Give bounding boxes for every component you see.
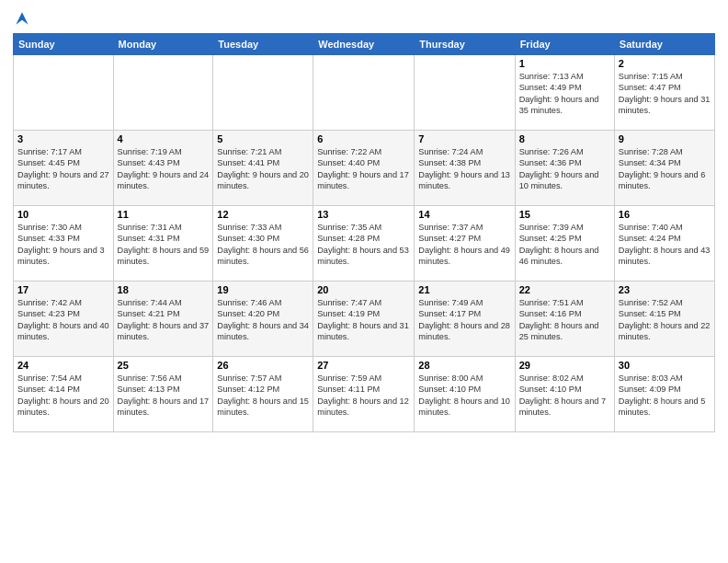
calendar-week-row: 3Sunrise: 7:17 AM Sunset: 4:45 PM Daylig… — [14, 131, 715, 206]
day-info: Sunrise: 7:35 AM Sunset: 4:28 PM Dayligh… — [317, 222, 410, 268]
calendar-day-cell: 5Sunrise: 7:21 AM Sunset: 4:41 PM Daylig… — [213, 131, 313, 206]
day-info: Sunrise: 7:56 AM Sunset: 4:13 PM Dayligh… — [118, 373, 210, 419]
day-number: 7 — [418, 133, 510, 144]
day-number: 13 — [317, 209, 410, 220]
calendar: SundayMondayTuesdayWednesdayThursdayFrid… — [13, 33, 715, 432]
calendar-week-row: 17Sunrise: 7:42 AM Sunset: 4:23 PM Dayli… — [14, 282, 715, 357]
calendar-day-cell: 15Sunrise: 7:39 AM Sunset: 4:25 PM Dayli… — [515, 206, 614, 282]
day-info: Sunrise: 7:44 AM Sunset: 4:21 PM Dayligh… — [118, 297, 210, 343]
calendar-day-cell: 29Sunrise: 8:02 AM Sunset: 4:10 PM Dayli… — [515, 357, 614, 432]
calendar-day-cell: 23Sunrise: 7:52 AM Sunset: 4:15 PM Dayli… — [614, 282, 714, 357]
calendar-day-cell: 21Sunrise: 7:49 AM Sunset: 4:17 PM Dayli… — [415, 282, 515, 357]
day-of-week-header: Wednesday — [313, 34, 415, 55]
calendar-day-cell: 25Sunrise: 7:56 AM Sunset: 4:13 PM Dayli… — [113, 357, 213, 432]
calendar-day-cell: 8Sunrise: 7:26 AM Sunset: 4:36 PM Daylig… — [515, 131, 614, 206]
day-info: Sunrise: 7:51 AM Sunset: 4:16 PM Dayligh… — [519, 297, 610, 343]
day-number: 28 — [418, 360, 510, 371]
day-number: 21 — [418, 284, 510, 295]
header — [13, 9, 715, 28]
day-of-week-header: Tuesday — [213, 34, 313, 55]
calendar-header-row: SundayMondayTuesdayWednesdayThursdayFrid… — [14, 34, 715, 55]
calendar-day-cell: 4Sunrise: 7:19 AM Sunset: 4:43 PM Daylig… — [113, 131, 213, 206]
day-number: 27 — [317, 360, 410, 371]
calendar-day-cell: 14Sunrise: 7:37 AM Sunset: 4:27 PM Dayli… — [415, 206, 515, 282]
day-of-week-header: Sunday — [14, 34, 114, 55]
day-number: 10 — [17, 209, 109, 220]
calendar-day-cell: 9Sunrise: 7:28 AM Sunset: 4:34 PM Daylig… — [614, 131, 714, 206]
day-info: Sunrise: 7:30 AM Sunset: 4:33 PM Dayligh… — [17, 222, 109, 268]
day-info: Sunrise: 7:54 AM Sunset: 4:14 PM Dayligh… — [17, 373, 109, 419]
day-number: 24 — [17, 360, 109, 371]
day-info: Sunrise: 7:39 AM Sunset: 4:25 PM Dayligh… — [519, 222, 610, 268]
day-number: 18 — [118, 284, 210, 295]
day-info: Sunrise: 7:40 AM Sunset: 4:24 PM Dayligh… — [619, 222, 711, 268]
day-info: Sunrise: 8:02 AM Sunset: 4:10 PM Dayligh… — [519, 373, 610, 419]
day-info: Sunrise: 7:24 AM Sunset: 4:38 PM Dayligh… — [418, 146, 510, 192]
day-of-week-header: Friday — [515, 34, 614, 55]
day-info: Sunrise: 7:49 AM Sunset: 4:17 PM Dayligh… — [418, 297, 510, 343]
day-info: Sunrise: 7:15 AM Sunset: 4:47 PM Dayligh… — [619, 71, 711, 117]
day-number: 22 — [519, 284, 610, 295]
calendar-week-row: 1Sunrise: 7:13 AM Sunset: 4:49 PM Daylig… — [14, 55, 715, 131]
day-info: Sunrise: 7:28 AM Sunset: 4:34 PM Dayligh… — [619, 146, 711, 192]
calendar-day-cell: 19Sunrise: 7:46 AM Sunset: 4:20 PM Dayli… — [213, 282, 313, 357]
day-info: Sunrise: 8:00 AM Sunset: 4:10 PM Dayligh… — [418, 373, 510, 419]
day-number: 19 — [217, 284, 309, 295]
calendar-day-cell: 12Sunrise: 7:33 AM Sunset: 4:30 PM Dayli… — [213, 206, 313, 282]
page: SundayMondayTuesdayWednesdayThursdayFrid… — [0, 0, 728, 563]
calendar-day-cell: 3Sunrise: 7:17 AM Sunset: 4:45 PM Daylig… — [14, 131, 114, 206]
day-number: 9 — [619, 133, 711, 144]
calendar-day-cell: 18Sunrise: 7:44 AM Sunset: 4:21 PM Dayli… — [113, 282, 213, 357]
logo-icon — [13, 9, 31, 28]
day-info: Sunrise: 7:37 AM Sunset: 4:27 PM Dayligh… — [418, 222, 510, 268]
day-number: 25 — [118, 360, 210, 371]
day-info: Sunrise: 7:52 AM Sunset: 4:15 PM Dayligh… — [619, 297, 711, 343]
calendar-day-cell: 1Sunrise: 7:13 AM Sunset: 4:49 PM Daylig… — [515, 55, 614, 131]
day-number: 30 — [619, 360, 711, 371]
day-number: 15 — [519, 209, 610, 220]
day-info: Sunrise: 7:46 AM Sunset: 4:20 PM Dayligh… — [217, 297, 309, 343]
calendar-day-cell: 22Sunrise: 7:51 AM Sunset: 4:16 PM Dayli… — [515, 282, 614, 357]
calendar-day-cell: 11Sunrise: 7:31 AM Sunset: 4:31 PM Dayli… — [113, 206, 213, 282]
day-info: Sunrise: 7:17 AM Sunset: 4:45 PM Dayligh… — [17, 146, 109, 192]
day-info: Sunrise: 7:31 AM Sunset: 4:31 PM Dayligh… — [118, 222, 210, 268]
calendar-day-cell — [14, 55, 114, 131]
calendar-day-cell — [113, 55, 213, 131]
calendar-day-cell: 10Sunrise: 7:30 AM Sunset: 4:33 PM Dayli… — [14, 206, 114, 282]
calendar-day-cell — [313, 55, 415, 131]
day-of-week-header: Saturday — [614, 34, 714, 55]
day-number: 8 — [519, 133, 610, 144]
logo — [13, 9, 35, 28]
day-number: 2 — [619, 58, 711, 69]
calendar-day-cell: 13Sunrise: 7:35 AM Sunset: 4:28 PM Dayli… — [313, 206, 415, 282]
day-number: 16 — [619, 209, 711, 220]
day-number: 29 — [519, 360, 610, 371]
calendar-day-cell — [213, 55, 313, 131]
calendar-week-row: 24Sunrise: 7:54 AM Sunset: 4:14 PM Dayli… — [14, 357, 715, 432]
calendar-day-cell: 6Sunrise: 7:22 AM Sunset: 4:40 PM Daylig… — [313, 131, 415, 206]
day-number: 3 — [17, 133, 109, 144]
calendar-day-cell: 20Sunrise: 7:47 AM Sunset: 4:19 PM Dayli… — [313, 282, 415, 357]
day-info: Sunrise: 8:03 AM Sunset: 4:09 PM Dayligh… — [619, 373, 711, 419]
calendar-day-cell: 16Sunrise: 7:40 AM Sunset: 4:24 PM Dayli… — [614, 206, 714, 282]
day-number: 11 — [118, 209, 210, 220]
day-number: 17 — [17, 284, 109, 295]
day-info: Sunrise: 7:22 AM Sunset: 4:40 PM Dayligh… — [317, 146, 410, 192]
calendar-day-cell: 24Sunrise: 7:54 AM Sunset: 4:14 PM Dayli… — [14, 357, 114, 432]
day-info: Sunrise: 7:13 AM Sunset: 4:49 PM Dayligh… — [519, 71, 610, 117]
calendar-day-cell: 7Sunrise: 7:24 AM Sunset: 4:38 PM Daylig… — [415, 131, 515, 206]
calendar-week-row: 10Sunrise: 7:30 AM Sunset: 4:33 PM Dayli… — [14, 206, 715, 282]
calendar-day-cell: 30Sunrise: 8:03 AM Sunset: 4:09 PM Dayli… — [614, 357, 714, 432]
day-info: Sunrise: 7:33 AM Sunset: 4:30 PM Dayligh… — [217, 222, 309, 268]
day-of-week-header: Thursday — [415, 34, 515, 55]
calendar-day-cell: 26Sunrise: 7:57 AM Sunset: 4:12 PM Dayli… — [213, 357, 313, 432]
calendar-day-cell: 27Sunrise: 7:59 AM Sunset: 4:11 PM Dayli… — [313, 357, 415, 432]
day-number: 23 — [619, 284, 711, 295]
day-number: 5 — [217, 133, 309, 144]
day-info: Sunrise: 7:21 AM Sunset: 4:41 PM Dayligh… — [217, 146, 309, 192]
svg-marker-0 — [16, 12, 28, 24]
day-info: Sunrise: 7:47 AM Sunset: 4:19 PM Dayligh… — [317, 297, 410, 343]
day-info: Sunrise: 7:59 AM Sunset: 4:11 PM Dayligh… — [317, 373, 410, 419]
day-number: 1 — [519, 58, 610, 69]
day-number: 26 — [217, 360, 309, 371]
